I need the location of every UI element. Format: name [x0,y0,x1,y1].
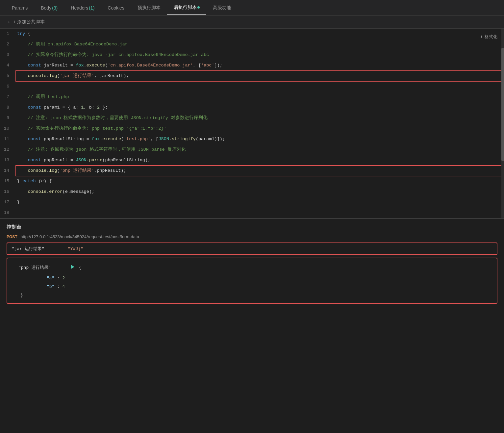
code-row-6: 6 [0,81,504,92]
line-num-7: 7 [0,92,16,102]
line-num-4: 4 [0,60,16,71]
json-open-brace: { [79,265,82,270]
console-title: 控制台 [7,224,497,230]
json-a-colon: : [57,274,60,283]
editor-wrapper: ⬇ 格式化 1 try { 2 // 调用 cn.apifox.Base64En… [0,29,504,218]
code-row-11: 11 const phpResultString = fox.execute('… [0,134,504,144]
code-line-18 [16,208,504,218]
code-editor[interactable]: ⬇ 格式化 1 try { 2 // 调用 cn.apifox.Base64En… [0,29,504,218]
code-line-1: try { [16,29,504,39]
format-button[interactable]: ⬇ 格式化 [480,32,497,42]
php-result-expand: { [71,264,82,272]
line-num-12: 12 [0,144,16,155]
code-line-17: } [16,197,504,208]
json-b-colon: : [57,283,60,291]
json-b-key: "b" [47,283,54,291]
line-num-2: 2 [0,39,16,50]
tab-body[interactable]: Body(3) [34,1,64,14]
code-row-2: 2 // 调用 cn.apifox.Base64EncodeDemo.jar [0,39,504,50]
jar-result-value: "YWJj" [68,246,83,251]
code-row-9: 9 // 注意: json 格式数据作为参数时，需要使用 JSON.string… [0,113,504,123]
php-result-key: "php 运行结果" [18,264,71,272]
tab-headers[interactable]: Headers(1) [64,1,101,14]
code-row-17: 17 } [0,197,504,208]
jar-result-output: "jar 运行结果" "YWJj" [7,242,497,255]
tab-params[interactable]: Params [5,1,34,14]
http-method-badge: POST [7,235,17,239]
line-num-15: 15 [0,176,16,187]
code-row-13: 13 const phpResult = JSON.parse(phpResul… [0,155,504,166]
line-num-6: 6 [0,81,16,92]
expand-triangle-icon[interactable] [71,265,74,269]
code-line-9: // 注意: json 格式数据作为参数时，需要使用 JSON.stringif… [16,113,504,123]
line-num-10: 10 [0,123,16,134]
line-num-16: 16 [0,187,16,197]
code-row-15: 15 } catch (e) { [0,176,504,187]
code-line-2: // 调用 cn.apifox.Base64EncodeDemo.jar [16,39,504,50]
code-line-8: const param1 = { a: 1, b: 2 }; [16,102,504,113]
code-line-14: console.log('php 运行结果',phpResult); [16,166,504,176]
line-num-9: 9 [0,113,16,123]
code-row-7: 7 // 调用 test.php [0,92,504,102]
jar-result-row: "jar 运行结果" "YWJj" [7,243,497,254]
line-num-8: 8 [0,102,16,113]
line-num-13: 13 [0,155,16,166]
tab-pre-script[interactable]: 预执行脚本 [131,1,167,15]
code-row-10: 10 // 实际命令行执行的命令为: php test.php '{"a":1,… [0,123,504,134]
tab-advanced[interactable]: 高级功能 [206,1,238,15]
code-line-11: const phpResultString = fox.execute('tes… [16,134,504,144]
toolbar: ＋ + 添加公共脚本 [0,16,504,29]
code-line-16: console.error(e.message); [16,187,504,197]
code-table: 1 try { 2 // 调用 cn.apifox.Base64EncodeDe… [0,29,504,218]
headers-badge: (1) [89,5,94,11]
code-row-14: 14 console.log('php 运行结果',phpResult); [0,166,504,176]
tab-bar: Params Body(3) Headers(1) Cookies 预执行脚本 … [0,0,504,16]
line-num-14: 14 [0,166,16,176]
line-num-17: 17 [0,197,16,208]
json-a-value: 2 [62,274,65,283]
json-b-row: "b" : 4 [47,283,490,291]
format-icon: ⬇ [480,32,483,42]
tab-post-script[interactable]: 后执行脚本 [167,1,206,15]
code-row-1: 1 try { [0,29,504,39]
scrollbar-thumb[interactable] [501,48,504,162]
jar-result-key: "jar 运行结果" [12,246,64,252]
code-row-16: 16 console.error(e.message); [0,187,504,197]
line-num-3: 3 [0,50,16,60]
json-a-key: "a" [47,274,54,283]
json-close-brace: } [20,293,23,298]
add-public-script-button[interactable]: ＋ + 添加公共脚本 [7,19,45,25]
code-line-15: } catch (e) { [16,176,504,187]
code-row-3: 3 // 实际命令行执行的命令为: java -jar cn.apifox.Ba… [0,50,504,60]
code-line-10: // 实际命令行执行的命令为: php test.php '{"a":1,"b"… [16,123,504,134]
console-url-row: POST http://127.0.0.1:4523/mock/345024/r… [7,234,497,239]
json-close-row: } [14,291,490,300]
post-script-dot [197,6,200,9]
code-line-6 [16,81,504,92]
request-url: http://127.0.0.1:4523/mock/345024/reques… [20,234,139,239]
console-section: 控制台 POST http://127.0.0.1:4523/mock/3450… [0,218,504,312]
line-num-5: 5 [0,71,16,81]
code-row-18: 18 [0,208,504,218]
code-line-3: // 实际命令行执行的命令为: java -jar cn.apifox.Base… [16,50,504,60]
php-result-header-row: "php 运行结果" { [14,262,490,274]
code-row-4: 4 const jarResult = fox.execute('cn.apif… [0,60,504,71]
line-num-11: 11 [0,134,16,144]
code-row-12: 12 // 注意: 返回数据为 json 格式字符串时，可使用 JSON.par… [0,144,504,155]
code-row-8: 8 const param1 = { a: 1, b: 2 }; [0,102,504,113]
code-line-12: // 注意: 返回数据为 json 格式字符串时，可使用 JSON.parse … [16,144,504,155]
line-num-1: 1 [0,29,16,39]
scrollbar-track[interactable] [501,29,504,218]
code-line-7: // 调用 test.php [16,92,504,102]
json-body: "a" : 2 "b" : 4 [14,274,490,291]
json-a-row: "a" : 2 [47,274,490,283]
body-badge: (3) [52,5,58,11]
line-num-18: 18 [0,208,16,218]
code-row-5: 5 console.log('jar 运行结果', jarResult); [0,71,504,81]
tab-cookies[interactable]: Cookies [101,1,131,14]
php-result-output: "php 运行结果" { "a" : 2 "b" : 4 } [7,258,497,304]
json-b-value: 4 [62,283,65,291]
code-line-4: const jarResult = fox.execute('cn.apifox… [16,60,504,71]
plus-icon: ＋ [7,19,11,25]
code-line-5: console.log('jar 运行结果', jarResult); [16,71,504,81]
